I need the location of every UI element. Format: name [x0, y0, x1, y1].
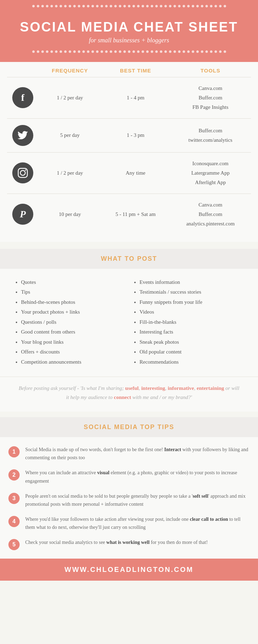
twitter-tools: Buffer.comtwitter.com/analytics — [170, 118, 251, 152]
tip-text-4: Where you'd like your followers to take … — [25, 515, 250, 531]
facebook-frequency: 1 / 2 per day — [39, 77, 101, 118]
pinterest-frequency: 10 per day — [39, 194, 101, 235]
social-media-table: FREQUENCY BEST TIME TOOLS f 1 / 2 per da… — [7, 62, 251, 235]
list-item: Testimonials / success stories — [140, 287, 244, 297]
footer: WWW.CHLOEADLINGTON.COM — [0, 559, 258, 581]
tip-number-4: 4 — [8, 516, 20, 527]
pinterest-icon-cell: P — [7, 194, 39, 235]
page-title: SOCIAL MEDIA CHEAT SHEET — [7, 20, 251, 35]
tip-number-1: 1 — [8, 446, 20, 457]
list-item: Your blog post links — [21, 337, 125, 347]
list-item: Good content from others — [21, 327, 125, 337]
tip-text-5: Check your social media analytics to see… — [25, 538, 250, 546]
header-dots — [0, 0, 258, 9]
instagram-icon-cell — [7, 152, 39, 194]
list-item: Interesting facts — [140, 327, 244, 337]
list-item: Questions / polls — [21, 317, 125, 327]
twitter-icon-cell — [7, 118, 39, 152]
tip-4: 4 Where you'd like your followers to tak… — [8, 515, 250, 531]
top-tips-title: SOCIAL MEDIA TOP TIPS — [6, 424, 252, 431]
table-row: 1 / 2 per day Any time Iconosquare.comLa… — [7, 152, 251, 194]
list-item: Recommendations — [140, 357, 244, 367]
svg-point-1 — [20, 170, 25, 175]
pinterest-best-time: 5 - 11 pm + Sat am — [101, 194, 170, 235]
list-item: Tips — [21, 287, 125, 297]
what-to-post-title: WHAT TO POST — [6, 255, 252, 262]
twitter-best-time: 1 - 3 pm — [101, 118, 170, 152]
what-to-post-columns: Quotes Tips Behind-the-scenes photos You… — [14, 277, 244, 367]
table-row: P 10 per day 5 - 11 pm + Sat am Canva.co… — [7, 194, 251, 235]
tip-1: 1 Social Media is made up of two words, … — [8, 446, 250, 462]
tip-number-3: 3 — [8, 493, 20, 504]
instagram-icon — [12, 162, 33, 183]
list-item: Competition announcements — [21, 357, 125, 367]
list-item: Offers + discounts — [21, 347, 125, 357]
table-row: f 1 / 2 per day 1 - 4 pm Canva.comBuffer… — [7, 77, 251, 118]
instagram-best-time: Any time — [101, 152, 170, 194]
what-to-post-section: Quotes Tips Behind-the-scenes photos You… — [0, 269, 258, 377]
list-item: Fill-in-the-blanks — [140, 317, 244, 327]
list-item: Funny snippets from your life — [140, 297, 244, 307]
svg-point-2 — [25, 169, 26, 171]
facebook-icon-cell: f — [7, 77, 39, 118]
twitter-frequency: 5 per day — [39, 118, 101, 152]
pinterest-icon: P — [12, 204, 33, 225]
tip-3: 3 People aren't on social media to be so… — [8, 492, 250, 508]
list-item: Your product photos + links — [21, 307, 125, 317]
what-to-post-right: Events information Testimonials / succes… — [133, 277, 244, 367]
col-icon — [7, 62, 39, 77]
instagram-frequency: 1 / 2 per day — [39, 152, 101, 194]
tip-text-1: Social Media is made up of two words, do… — [25, 446, 250, 462]
facebook-best-time: 1 - 4 pm — [101, 77, 170, 118]
tip-5: 5 Check your social media analytics to s… — [8, 538, 250, 550]
page-subtitle: for small businesses + bloggers — [7, 37, 251, 44]
footer-text: WWW.CHLOEADLINGTON.COM — [7, 566, 251, 574]
header: SOCIAL MEDIA CHEAT SHEET for small busin… — [0, 9, 258, 62]
tip-text-2: Where you can include an attractive visu… — [25, 469, 250, 485]
what-to-post-header: WHAT TO POST — [0, 249, 258, 269]
instagram-tools: Iconosquare.comLatergramme AppAfterlight… — [170, 152, 251, 194]
top-tips-section: 1 Social Media is made up of two words, … — [0, 437, 258, 559]
top-tips-header: SOCIAL MEDIA TOP TIPS — [0, 417, 258, 437]
list-item: Events information — [140, 277, 244, 287]
list-item: Videos — [140, 307, 244, 317]
list-item: Sneak peak photos — [140, 337, 244, 347]
table-row: 5 per day 1 - 3 pm Buffer.comtwitter.com… — [7, 118, 251, 152]
list-item: Old popular content — [140, 347, 244, 357]
list-item: Quotes — [21, 277, 125, 287]
facebook-tools: Canva.comBuffer.comFB Page Insights — [170, 77, 251, 118]
reflection-text: Before posting ask yourself - 'Is what I… — [18, 384, 240, 402]
tip-number-5: 5 — [8, 539, 20, 550]
tip-2: 2 Where you can include an attractive vi… — [8, 469, 250, 485]
pinterest-tools: Canva.comBuffer.comanalytics.pinterest.c… — [170, 194, 251, 235]
reflection-box: Before posting ask yourself - 'Is what I… — [0, 377, 258, 412]
what-to-post-left: Quotes Tips Behind-the-scenes photos You… — [14, 277, 125, 367]
col-best-time: BEST TIME — [101, 62, 170, 77]
facebook-icon: f — [12, 87, 33, 108]
tip-number-2: 2 — [8, 469, 20, 481]
col-frequency: FREQUENCY — [39, 62, 101, 77]
table-section: FREQUENCY BEST TIME TOOLS f 1 / 2 per da… — [0, 62, 258, 242]
col-tools: TOOLS — [170, 62, 251, 77]
list-item: Behind-the-scenes photos — [21, 297, 125, 307]
twitter-icon — [12, 125, 33, 146]
tip-text-3: People aren't on social media to be sold… — [25, 492, 250, 508]
